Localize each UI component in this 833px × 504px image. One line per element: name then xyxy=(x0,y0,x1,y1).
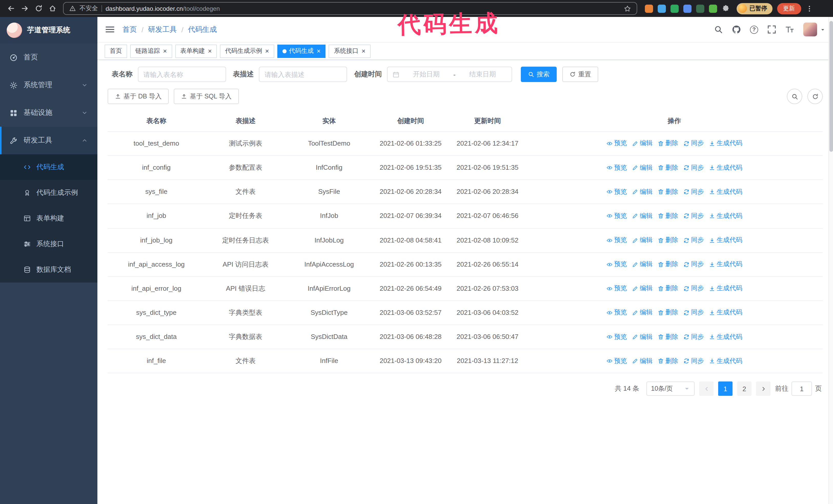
sync-link[interactable]: 同步 xyxy=(683,211,704,221)
delete-link[interactable]: 删除 xyxy=(658,332,678,342)
next-page-button[interactable] xyxy=(756,382,770,396)
sync-link[interactable]: 同步 xyxy=(683,259,704,269)
tab-system-api[interactable]: 系统接口× xyxy=(329,44,371,58)
forward-button[interactable] xyxy=(18,2,32,16)
sidebar-item-devtools[interactable]: 研发工具 xyxy=(0,127,97,154)
edit-link[interactable]: 编辑 xyxy=(632,187,652,197)
search-icon[interactable] xyxy=(714,25,723,34)
close-icon[interactable]: × xyxy=(265,48,269,54)
fontsize-icon[interactable] xyxy=(785,25,794,34)
reload-button[interactable] xyxy=(32,2,46,16)
check-green-extension-icon[interactable] xyxy=(670,4,679,13)
edit-link[interactable]: 编辑 xyxy=(632,259,652,269)
edit-link[interactable]: 编辑 xyxy=(632,356,652,366)
drop-extension-icon[interactable] xyxy=(658,4,666,13)
fox-extension-icon[interactable] xyxy=(645,4,653,13)
delete-link[interactable]: 删除 xyxy=(658,139,678,149)
sidebar-toggle-icon[interactable] xyxy=(105,25,115,34)
edit-link[interactable]: 编辑 xyxy=(632,332,652,342)
date-range-picker[interactable]: 开始日期 - 结束日期 xyxy=(387,67,512,82)
close-icon[interactable]: × xyxy=(208,48,212,54)
tab-home[interactable]: 首页 xyxy=(104,44,127,58)
people-extension-icon[interactable] xyxy=(683,4,691,13)
page-size-select[interactable]: 10条/页 xyxy=(646,382,695,396)
back-button[interactable] xyxy=(4,2,18,16)
leaf-extension-icon[interactable] xyxy=(709,4,717,13)
preview-link[interactable]: 预览 xyxy=(606,187,627,197)
sync-link[interactable]: 同步 xyxy=(683,284,704,293)
scrollbar[interactable] xyxy=(828,17,833,504)
tab-tracer[interactable]: 链路追踪× xyxy=(130,44,172,58)
edit-link[interactable]: 编辑 xyxy=(632,139,652,149)
browser-menu-icon[interactable] xyxy=(806,5,813,12)
fullscreen-icon[interactable] xyxy=(767,25,776,34)
sidebar-subitem-system-api[interactable]: 系统接口 xyxy=(0,231,97,257)
generate-code-link[interactable]: 生成代码 xyxy=(709,259,742,269)
table-desc-input[interactable] xyxy=(259,67,347,82)
sync-link[interactable]: 同步 xyxy=(683,139,704,149)
page-2-button[interactable]: 2 xyxy=(737,382,752,396)
page-1-button[interactable]: 1 xyxy=(718,382,733,396)
generate-code-link[interactable]: 生成代码 xyxy=(709,284,742,293)
close-icon[interactable]: × xyxy=(362,48,365,54)
bookmark-star-icon[interactable] xyxy=(624,5,631,12)
generate-code-link[interactable]: 生成代码 xyxy=(709,235,742,245)
sync-link[interactable]: 同步 xyxy=(683,332,704,342)
breadcrumb-item[interactable]: 代码生成 xyxy=(188,25,217,34)
generate-code-link[interactable]: 生成代码 xyxy=(709,332,742,342)
breadcrumb-item[interactable]: 首页 xyxy=(122,25,137,34)
goto-page-input[interactable] xyxy=(791,382,812,396)
generate-code-link[interactable]: 生成代码 xyxy=(709,356,742,366)
sync-link[interactable]: 同步 xyxy=(683,163,704,173)
sidebar-subitem-codegen[interactable]: 代码生成 xyxy=(0,154,97,180)
preview-link[interactable]: 预览 xyxy=(606,332,627,342)
prev-page-button[interactable] xyxy=(699,382,714,396)
logo-row[interactable]: 芋道管理系统 xyxy=(0,17,97,44)
edit-link[interactable]: 编辑 xyxy=(632,284,652,293)
sync-link[interactable]: 同步 xyxy=(683,308,704,318)
edit-link[interactable]: 编辑 xyxy=(632,163,652,173)
preview-link[interactable]: 预览 xyxy=(606,139,627,149)
delete-link[interactable]: 删除 xyxy=(658,211,678,221)
close-icon[interactable]: × xyxy=(163,48,167,54)
delete-link[interactable]: 删除 xyxy=(658,187,678,197)
github-icon[interactable] xyxy=(732,25,741,34)
sidebar-subitem-form-builder[interactable]: 表单构建 xyxy=(0,206,97,231)
update-button[interactable]: 更新 xyxy=(777,3,801,14)
sidebar-subitem-codegen-example[interactable]: 代码生成示例 xyxy=(0,180,97,206)
tab-form-builder[interactable]: 表单构建× xyxy=(175,44,217,58)
breadcrumb-item[interactable]: 研发工具 xyxy=(148,25,177,34)
search-button[interactable]: 搜索 xyxy=(521,67,557,82)
generate-code-link[interactable]: 生成代码 xyxy=(709,308,742,318)
refresh-table-button[interactable] xyxy=(807,89,823,104)
preview-link[interactable]: 预览 xyxy=(606,259,627,269)
sidebar-subitem-db-doc[interactable]: 数据库文档 xyxy=(0,257,97,283)
sync-link[interactable]: 同步 xyxy=(683,235,704,245)
edit-link[interactable]: 编辑 xyxy=(632,211,652,221)
delete-link[interactable]: 删除 xyxy=(658,284,678,293)
address-bar[interactable]: 不安全 dashboard.yudao.iocoder.cn/tool/code… xyxy=(63,2,637,15)
delete-link[interactable]: 删除 xyxy=(658,308,678,318)
edit-link[interactable]: 编辑 xyxy=(632,235,652,245)
preview-link[interactable]: 预览 xyxy=(606,356,627,366)
delete-link[interactable]: 删除 xyxy=(658,235,678,245)
sidebar-item-system[interactable]: 系统管理 xyxy=(0,71,97,99)
question-icon[interactable]: ? xyxy=(750,25,758,33)
generate-code-link[interactable]: 生成代码 xyxy=(709,139,742,149)
terminal-extension-icon[interactable] xyxy=(696,4,704,13)
preview-link[interactable]: 预览 xyxy=(606,211,627,221)
close-icon[interactable]: × xyxy=(317,48,320,54)
generate-code-link[interactable]: 生成代码 xyxy=(709,187,742,197)
preview-link[interactable]: 预览 xyxy=(606,235,627,245)
user-menu[interactable] xyxy=(803,23,825,37)
puzzle-extension-icon[interactable] xyxy=(722,4,730,13)
delete-link[interactable]: 删除 xyxy=(658,259,678,269)
sync-link[interactable]: 同步 xyxy=(683,187,704,197)
generate-code-link[interactable]: 生成代码 xyxy=(709,211,742,221)
generate-code-link[interactable]: 生成代码 xyxy=(709,163,742,173)
import-db-button[interactable]: 基于 DB 导入 xyxy=(108,89,169,104)
sidebar-item-infra[interactable]: 基础设施 xyxy=(0,99,97,127)
edit-link[interactable]: 编辑 xyxy=(632,308,652,318)
preview-link[interactable]: 预览 xyxy=(606,163,627,173)
tab-codegen-example[interactable]: 代码生成示例× xyxy=(220,44,274,58)
